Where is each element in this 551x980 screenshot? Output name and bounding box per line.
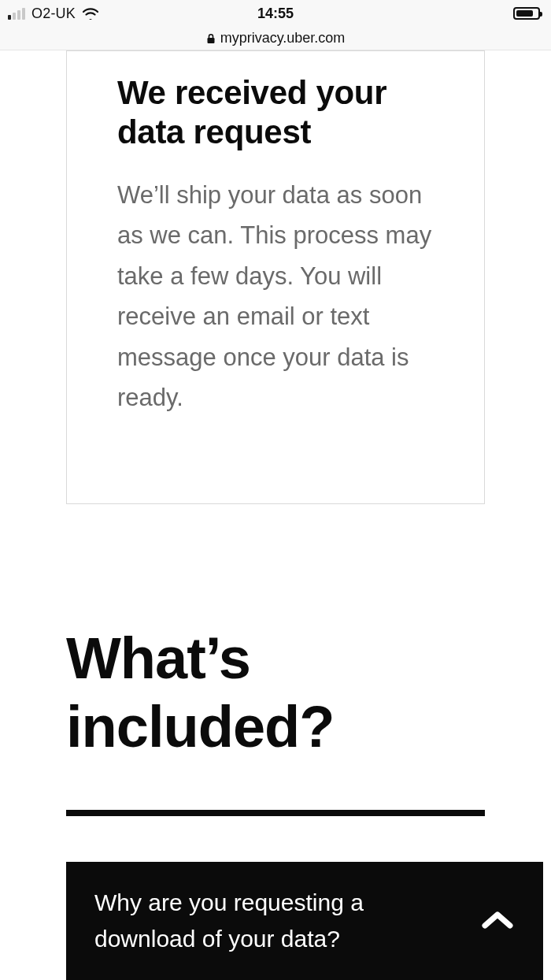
page-content: We received your data request We’ll ship… bbox=[0, 50, 551, 980]
notice-card-title: We received your data request bbox=[117, 51, 434, 161]
chevron-up-icon bbox=[480, 910, 515, 932]
lock-icon bbox=[206, 33, 216, 44]
status-right bbox=[513, 7, 540, 20]
svg-rect-0 bbox=[207, 38, 214, 43]
battery-icon bbox=[513, 7, 540, 20]
notice-card: We received your data request We’ll ship… bbox=[66, 50, 485, 504]
survey-banner-text: Why are you requesting a download of you… bbox=[94, 885, 425, 958]
signal-icon bbox=[8, 8, 25, 20]
status-bar: O2-UK 14:55 bbox=[0, 0, 551, 27]
notice-card-body: We’ll ship your data as soon as we can. … bbox=[117, 161, 434, 418]
section-heading: What’s included? bbox=[66, 624, 485, 762]
status-left: O2-UK bbox=[8, 6, 99, 22]
url-text: myprivacy.uber.com bbox=[220, 30, 346, 46]
survey-banner[interactable]: Why are you requesting a download of you… bbox=[66, 862, 543, 980]
clock: 14:55 bbox=[257, 6, 294, 22]
carrier-label: O2-UK bbox=[31, 6, 76, 22]
divider bbox=[66, 810, 485, 816]
wifi-icon bbox=[82, 7, 99, 20]
url-bar[interactable]: myprivacy.uber.com bbox=[0, 27, 551, 50]
